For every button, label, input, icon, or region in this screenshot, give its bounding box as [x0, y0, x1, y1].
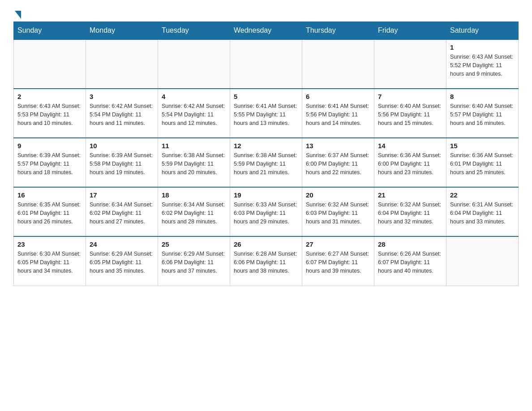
calendar-cell: 4Sunrise: 6:42 AM Sunset: 5:54 PM Daylig… — [158, 89, 230, 138]
calendar-week-3: 9Sunrise: 6:39 AM Sunset: 5:57 PM Daylig… — [14, 138, 519, 187]
day-info: Sunrise: 6:39 AM Sunset: 5:58 PM Dayligh… — [90, 151, 154, 176]
day-number: 3 — [90, 93, 154, 100]
column-header-tuesday: Tuesday — [158, 22, 230, 40]
day-info: Sunrise: 6:39 AM Sunset: 5:57 PM Dayligh… — [17, 151, 82, 176]
day-number: 16 — [17, 191, 82, 199]
day-number: 20 — [306, 191, 370, 199]
day-info: Sunrise: 6:37 AM Sunset: 6:00 PM Dayligh… — [306, 151, 370, 176]
day-number: 10 — [90, 142, 154, 150]
day-number: 21 — [378, 191, 442, 199]
day-info: Sunrise: 6:27 AM Sunset: 6:07 PM Dayligh… — [306, 250, 370, 275]
day-number: 18 — [162, 191, 226, 199]
calendar-cell: 19Sunrise: 6:33 AM Sunset: 6:03 PM Dayli… — [230, 187, 302, 236]
column-header-sunday: Sunday — [14, 22, 86, 40]
calendar-cell: 24Sunrise: 6:29 AM Sunset: 6:05 PM Dayli… — [86, 236, 158, 286]
calendar-cell — [302, 39, 374, 89]
day-info: Sunrise: 6:40 AM Sunset: 5:56 PM Dayligh… — [378, 102, 442, 127]
column-header-thursday: Thursday — [302, 22, 374, 40]
calendar-cell: 28Sunrise: 6:26 AM Sunset: 6:07 PM Dayli… — [374, 236, 446, 286]
day-number: 8 — [450, 93, 515, 100]
logo — [13, 9, 21, 17]
calendar-cell: 23Sunrise: 6:30 AM Sunset: 6:05 PM Dayli… — [14, 236, 86, 286]
day-number: 12 — [234, 142, 298, 150]
calendar-cell: 9Sunrise: 6:39 AM Sunset: 5:57 PM Daylig… — [14, 138, 86, 187]
calendar-cell: 10Sunrise: 6:39 AM Sunset: 5:58 PM Dayli… — [86, 138, 158, 187]
day-info: Sunrise: 6:26 AM Sunset: 6:07 PM Dayligh… — [378, 250, 442, 275]
day-info: Sunrise: 6:36 AM Sunset: 6:00 PM Dayligh… — [378, 151, 442, 176]
calendar-table: SundayMondayTuesdayWednesdayThursdayFrid… — [13, 21, 519, 286]
day-number: 19 — [234, 191, 298, 199]
day-info: Sunrise: 6:30 AM Sunset: 6:05 PM Dayligh… — [17, 250, 82, 275]
calendar-week-5: 23Sunrise: 6:30 AM Sunset: 6:05 PM Dayli… — [14, 236, 519, 286]
day-number: 11 — [162, 142, 226, 150]
calendar-cell: 16Sunrise: 6:35 AM Sunset: 6:01 PM Dayli… — [14, 187, 86, 236]
day-number: 14 — [378, 142, 442, 150]
day-info: Sunrise: 6:32 AM Sunset: 6:04 PM Dayligh… — [378, 201, 442, 226]
day-info: Sunrise: 6:34 AM Sunset: 6:02 PM Dayligh… — [162, 201, 226, 226]
calendar-cell: 25Sunrise: 6:29 AM Sunset: 6:06 PM Dayli… — [158, 236, 230, 286]
page-header — [13, 9, 519, 17]
day-number: 17 — [90, 191, 154, 199]
calendar-cell: 3Sunrise: 6:42 AM Sunset: 5:54 PM Daylig… — [86, 89, 158, 138]
calendar-cell — [86, 39, 158, 89]
calendar-cell: 14Sunrise: 6:36 AM Sunset: 6:00 PM Dayli… — [374, 138, 446, 187]
column-header-wednesday: Wednesday — [230, 22, 302, 40]
calendar-cell: 22Sunrise: 6:31 AM Sunset: 6:04 PM Dayli… — [446, 187, 519, 236]
day-info: Sunrise: 6:43 AM Sunset: 5:52 PM Dayligh… — [450, 53, 515, 78]
calendar-week-4: 16Sunrise: 6:35 AM Sunset: 6:01 PM Dayli… — [14, 187, 519, 236]
day-info: Sunrise: 6:41 AM Sunset: 5:55 PM Dayligh… — [234, 102, 298, 127]
day-info: Sunrise: 6:29 AM Sunset: 6:06 PM Dayligh… — [162, 250, 226, 275]
day-info: Sunrise: 6:38 AM Sunset: 5:59 PM Dayligh… — [162, 151, 226, 176]
calendar-cell: 8Sunrise: 6:40 AM Sunset: 5:57 PM Daylig… — [446, 89, 519, 138]
calendar-cell — [14, 39, 86, 89]
day-number: 26 — [234, 240, 298, 248]
calendar-cell — [374, 39, 446, 89]
day-number: 9 — [17, 142, 82, 150]
calendar-cell — [446, 236, 519, 286]
calendar-cell: 27Sunrise: 6:27 AM Sunset: 6:07 PM Dayli… — [302, 236, 374, 286]
logo-arrow-icon — [15, 11, 21, 19]
calendar-cell: 26Sunrise: 6:28 AM Sunset: 6:06 PM Dayli… — [230, 236, 302, 286]
calendar-cell: 18Sunrise: 6:34 AM Sunset: 6:02 PM Dayli… — [158, 187, 230, 236]
calendar-cell: 12Sunrise: 6:38 AM Sunset: 5:59 PM Dayli… — [230, 138, 302, 187]
day-info: Sunrise: 6:42 AM Sunset: 5:54 PM Dayligh… — [162, 102, 226, 127]
day-info: Sunrise: 6:33 AM Sunset: 6:03 PM Dayligh… — [234, 201, 298, 226]
calendar-cell — [230, 39, 302, 89]
day-number: 6 — [306, 93, 370, 100]
calendar-cell: 11Sunrise: 6:38 AM Sunset: 5:59 PM Dayli… — [158, 138, 230, 187]
day-number: 25 — [162, 240, 226, 248]
calendar-cell: 7Sunrise: 6:40 AM Sunset: 5:56 PM Daylig… — [374, 89, 446, 138]
day-info: Sunrise: 6:40 AM Sunset: 5:57 PM Dayligh… — [450, 102, 515, 127]
day-number: 28 — [378, 240, 442, 248]
calendar-cell: 15Sunrise: 6:36 AM Sunset: 6:01 PM Dayli… — [446, 138, 519, 187]
calendar-cell: 17Sunrise: 6:34 AM Sunset: 6:02 PM Dayli… — [86, 187, 158, 236]
calendar-week-1: 1Sunrise: 6:43 AM Sunset: 5:52 PM Daylig… — [14, 39, 519, 89]
day-number: 4 — [162, 93, 226, 100]
day-info: Sunrise: 6:31 AM Sunset: 6:04 PM Dayligh… — [450, 201, 515, 226]
calendar-cell: 2Sunrise: 6:43 AM Sunset: 5:53 PM Daylig… — [14, 89, 86, 138]
calendar-header-row: SundayMondayTuesdayWednesdayThursdayFrid… — [14, 22, 519, 40]
day-number: 27 — [306, 240, 370, 248]
day-number: 15 — [450, 142, 515, 150]
day-number: 23 — [17, 240, 82, 248]
day-info: Sunrise: 6:43 AM Sunset: 5:53 PM Dayligh… — [17, 102, 82, 127]
day-info: Sunrise: 6:38 AM Sunset: 5:59 PM Dayligh… — [234, 151, 298, 176]
day-number: 5 — [234, 93, 298, 100]
column-header-monday: Monday — [86, 22, 158, 40]
day-info: Sunrise: 6:41 AM Sunset: 5:56 PM Dayligh… — [306, 102, 370, 127]
day-info: Sunrise: 6:29 AM Sunset: 6:05 PM Dayligh… — [90, 250, 154, 275]
column-header-friday: Friday — [374, 22, 446, 40]
day-info: Sunrise: 6:28 AM Sunset: 6:06 PM Dayligh… — [234, 250, 298, 275]
calendar-cell: 20Sunrise: 6:32 AM Sunset: 6:03 PM Dayli… — [302, 187, 374, 236]
calendar-cell: 1Sunrise: 6:43 AM Sunset: 5:52 PM Daylig… — [446, 39, 519, 89]
calendar-cell: 21Sunrise: 6:32 AM Sunset: 6:04 PM Dayli… — [374, 187, 446, 236]
calendar-cell — [158, 39, 230, 89]
calendar-cell: 13Sunrise: 6:37 AM Sunset: 6:00 PM Dayli… — [302, 138, 374, 187]
day-number: 24 — [90, 240, 154, 248]
day-info: Sunrise: 6:35 AM Sunset: 6:01 PM Dayligh… — [17, 201, 82, 226]
day-number: 7 — [378, 93, 442, 100]
day-info: Sunrise: 6:42 AM Sunset: 5:54 PM Dayligh… — [90, 102, 154, 127]
day-number: 22 — [450, 191, 515, 199]
calendar-week-2: 2Sunrise: 6:43 AM Sunset: 5:53 PM Daylig… — [14, 89, 519, 138]
day-number: 13 — [306, 142, 370, 150]
